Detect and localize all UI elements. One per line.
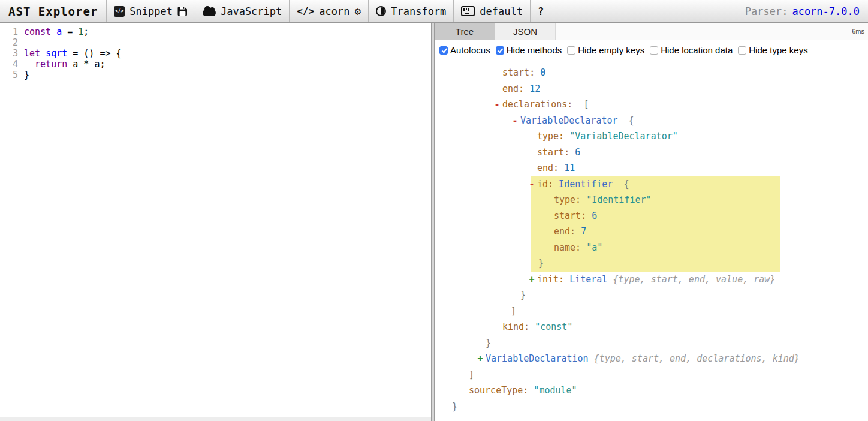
tree-line[interactable]: kind: "const" [435, 319, 868, 335]
checkbox-hide-location-data[interactable] [650, 46, 658, 55]
tree-line[interactable]: } [435, 255, 868, 272]
parser-settings-button[interactable]: </> acorn ⚙ [289, 0, 368, 22]
save-icon[interactable] [177, 6, 188, 16]
transform-icon [376, 6, 386, 16]
checkbox-hide-empty-keys[interactable] [567, 46, 575, 55]
code-token: 1 [78, 26, 83, 37]
option-label: Hide empty keys [578, 45, 644, 55]
tree-node[interactable]: Literal [564, 274, 607, 285]
toolbar-spacer [551, 0, 745, 22]
cloud-icon [203, 10, 216, 16]
checkbox-hide-type-keys[interactable] [738, 46, 746, 55]
tree-line[interactable]: end: 7 [435, 224, 868, 240]
code-line[interactable]: 3let sqrt = () => { [0, 48, 431, 59]
code-editor[interactable]: 1const a = 1;23let sqrt = () => {4 retur… [0, 26, 431, 80]
code-token: ; [100, 59, 105, 70]
tree-key[interactable]: start: [537, 147, 569, 158]
tree-line[interactable]: start: 6 [435, 208, 868, 224]
option-label: Hide location data [661, 45, 733, 55]
transform-button[interactable]: Transform [368, 0, 453, 22]
checkbox-autofocus[interactable] [439, 46, 448, 55]
line-number: 3 [0, 48, 24, 59]
tree-line[interactable]: ] [435, 367, 868, 383]
tree-line[interactable]: type: "VariableDeclarator" [435, 128, 868, 145]
tree-key[interactable]: start: [502, 67, 535, 78]
highlight-region [531, 255, 780, 272]
code-token [67, 59, 73, 70]
tree-key[interactable]: end: [502, 83, 524, 94]
tree-key[interactable]: kind: [502, 321, 529, 332]
tree-str: "Identifier" [581, 194, 651, 205]
collapse-toggle[interactable]: - [527, 176, 537, 193]
tree-key[interactable]: end: [537, 163, 559, 173]
tree-line[interactable]: } [435, 399, 868, 415]
option-hide-empty-keys[interactable]: Hide empty keys [567, 45, 644, 55]
option-hide-methods[interactable]: Hide methods [496, 45, 562, 55]
tab-tree[interactable]: Tree [435, 23, 495, 40]
tree-line[interactable]: sourceType: "module" [435, 383, 868, 399]
code-token [24, 59, 35, 70]
tree-line[interactable]: type: "Identifier" [435, 192, 868, 208]
tree-key[interactable]: id: [537, 179, 553, 190]
tree-line[interactable]: ] [435, 303, 868, 320]
code-token: = () => { [67, 48, 121, 59]
tree-node[interactable]: VariableDeclaration [486, 353, 589, 364]
code-line[interactable]: 2 [0, 37, 431, 48]
help-button[interactable]: ? [530, 0, 551, 22]
tree-node[interactable]: Identifier [553, 179, 613, 190]
tree-options: AutofocusHide methodsHide empty keysHide… [435, 40, 868, 60]
tree-key[interactable]: name: [554, 242, 581, 253]
tree-line[interactable]: start: 0 [435, 65, 868, 81]
horizontal-scrollbar[interactable] [0, 417, 431, 421]
option-label: Autofocus [450, 45, 490, 55]
collapse-toggle[interactable]: - [492, 97, 502, 113]
tree-key[interactable]: start: [554, 210, 586, 221]
tree-line[interactable]: +init: Literal {type, start, end, value,… [435, 272, 868, 288]
collapse-toggle[interactable]: - [510, 113, 520, 129]
main-split: 1const a = 1;23let sqrt = () => {4 retur… [0, 23, 868, 421]
tree-line[interactable]: +VariableDeclaration {type, start, end, … [435, 351, 868, 367]
tree-line[interactable]: end: 12 [435, 81, 868, 97]
gear-icon[interactable]: ⚙ [354, 6, 361, 17]
tree-str: "const" [529, 321, 572, 332]
line-number: 4 [0, 59, 24, 70]
checkbox-hide-methods[interactable] [496, 46, 504, 55]
tree-line[interactable]: } [435, 287, 868, 303]
tree-key[interactable]: sourceType: [469, 385, 528, 396]
expand-toggle[interactable]: + [527, 272, 537, 288]
keymap-button[interactable]: default [453, 0, 530, 22]
expand-toggle[interactable]: + [475, 351, 485, 367]
tree-node[interactable]: VariableDeclarator [520, 115, 618, 126]
code-line[interactable]: 1const a = 1; [0, 26, 431, 37]
line-number: 5 [0, 70, 24, 80]
code-editor-pane[interactable]: 1const a = 1;23let sqrt = () => {4 retur… [0, 23, 431, 421]
tree-line[interactable]: } [435, 335, 868, 351]
tree-key[interactable]: end: [554, 226, 575, 237]
tree-key[interactable]: type: [554, 194, 581, 205]
tab-json[interactable]: JSON [495, 23, 556, 40]
language-button[interactable]: JavaScript [195, 0, 289, 22]
keyboard-icon [461, 6, 475, 16]
tree-line[interactable]: -VariableDeclarator { [435, 113, 868, 129]
snippet-button[interactable]: </> Snippet [106, 0, 195, 22]
tree-line[interactable]: -declarations: [ [435, 97, 868, 113]
tree-line[interactable]: name: "a" [435, 240, 868, 256]
tree-punct: [ [572, 99, 589, 110]
tree-key[interactable]: init: [537, 274, 564, 285]
tree-key[interactable]: declarations: [502, 99, 572, 110]
tree-line[interactable]: end: 11 [435, 160, 868, 176]
code-line[interactable]: 5} [0, 70, 431, 80]
parser-version-link[interactable]: acorn-7.0.0 [792, 5, 860, 17]
code-token: a [73, 59, 78, 70]
option-hide-type-keys[interactable]: Hide type keys [738, 45, 807, 55]
parse-time: 6ms [852, 28, 864, 35]
tree-key[interactable]: type: [537, 131, 564, 142]
tree-punct: ] [511, 306, 516, 317]
option-hide-location-data[interactable]: Hide location data [650, 45, 733, 55]
tree-line[interactable]: -id: Identifier { [435, 176, 868, 193]
tree-line[interactable]: start: 6 [435, 145, 868, 161]
option-autofocus[interactable]: Autofocus [439, 45, 490, 55]
app-title: AST Explorer [0, 0, 106, 22]
code-line[interactable]: 4 return a * a; [0, 59, 431, 70]
code-token [51, 26, 56, 37]
